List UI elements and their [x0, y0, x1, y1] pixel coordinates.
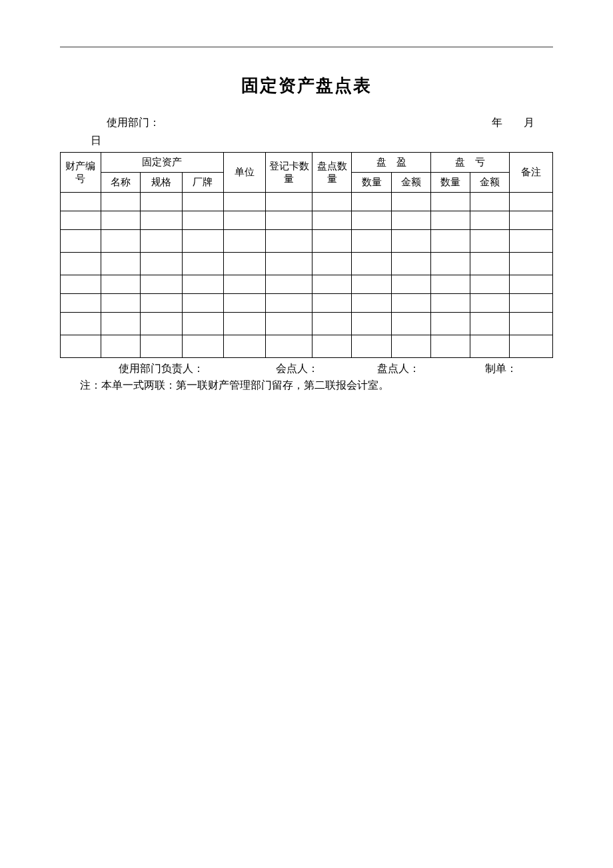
table-row — [61, 253, 553, 275]
cell — [470, 294, 509, 313]
table-row — [61, 294, 553, 313]
cell — [224, 193, 266, 211]
cell — [182, 275, 224, 294]
sig-dept-manager: 使用部门负责人： — [119, 362, 273, 376]
cell — [430, 275, 470, 294]
cell — [101, 230, 140, 253]
th-brand: 厂牌 — [182, 173, 224, 193]
inventory-table: 财产编号 固定资产 单位 登记卡数量 盘点数量 盘 盈 盘 亏 备注 名称 规格… — [60, 152, 553, 358]
th-asset-no: 财产编号 — [61, 153, 101, 193]
th-deficit: 盘 亏 — [430, 153, 509, 173]
cell — [182, 230, 224, 253]
cell — [391, 211, 430, 230]
cell — [352, 211, 391, 230]
footnote: 注：本单一式两联：第一联财产管理部门留存，第二联报会计室。 — [60, 379, 553, 393]
table-row — [61, 230, 553, 253]
cell — [266, 193, 312, 211]
cell — [391, 275, 430, 294]
cell — [61, 193, 101, 211]
cell — [391, 294, 430, 313]
cell — [182, 335, 224, 358]
cell — [266, 294, 312, 313]
table-row — [61, 193, 553, 211]
th-reg-qty: 登记卡数量 — [266, 153, 312, 193]
cell — [101, 211, 140, 230]
cell — [312, 193, 352, 211]
cell — [140, 193, 182, 211]
meta-row: 使用部门： 年 月 — [60, 116, 553, 130]
cell — [352, 193, 391, 211]
table-row — [61, 211, 553, 230]
table-row — [61, 313, 553, 335]
cell — [509, 230, 552, 253]
sig-preparer: 制单： — [485, 362, 517, 376]
cell — [312, 313, 352, 335]
cell — [509, 313, 552, 335]
th-spec: 规格 — [140, 173, 182, 193]
cell — [140, 275, 182, 294]
cell — [391, 313, 430, 335]
th-surplus-amt: 金额 — [391, 173, 430, 193]
cell — [509, 193, 552, 211]
cell — [312, 335, 352, 358]
cell — [312, 275, 352, 294]
cell — [470, 335, 509, 358]
cell — [182, 313, 224, 335]
cell — [509, 211, 552, 230]
th-deficit-amt: 金额 — [470, 173, 509, 193]
cell — [140, 294, 182, 313]
cell — [182, 294, 224, 313]
cell — [430, 253, 470, 275]
signatures-row: 使用部门负责人： 会点人： 盘点人： 制单： — [60, 362, 553, 376]
cell — [140, 253, 182, 275]
sig-checker: 会点人： — [276, 362, 374, 376]
cell — [391, 253, 430, 275]
cell — [266, 335, 312, 358]
cell — [61, 211, 101, 230]
cell — [509, 275, 552, 294]
cell — [101, 294, 140, 313]
date-area: 年 月 — [473, 116, 553, 130]
cell — [140, 230, 182, 253]
cell — [352, 253, 391, 275]
cell — [61, 294, 101, 313]
cell — [224, 335, 266, 358]
day-label: 日 — [91, 135, 101, 146]
th-surplus: 盘 盈 — [352, 153, 430, 173]
cell — [182, 211, 224, 230]
th-remark: 备注 — [509, 153, 552, 193]
cell — [352, 275, 391, 294]
cell — [224, 253, 266, 275]
cell — [391, 193, 430, 211]
cell — [182, 193, 224, 211]
cell — [224, 211, 266, 230]
cell — [430, 335, 470, 358]
cell — [470, 275, 509, 294]
cell — [101, 253, 140, 275]
cell — [140, 335, 182, 358]
cell — [312, 230, 352, 253]
cell — [430, 211, 470, 230]
cell — [430, 313, 470, 335]
page-title: 固定资产盘点表 — [60, 74, 553, 97]
cell — [224, 294, 266, 313]
cell — [266, 313, 312, 335]
cell — [509, 335, 552, 358]
cell — [430, 294, 470, 313]
table-row — [61, 275, 553, 294]
th-deficit-qty: 数量 — [430, 173, 470, 193]
cell — [509, 253, 552, 275]
top-rule — [60, 47, 553, 47]
cell — [430, 230, 470, 253]
cell — [509, 294, 552, 313]
cell — [352, 335, 391, 358]
cell — [266, 253, 312, 275]
cell — [224, 275, 266, 294]
month-label: 月 — [524, 116, 534, 130]
cell — [352, 230, 391, 253]
cell — [61, 230, 101, 253]
cell — [391, 230, 430, 253]
dept-label: 使用部门： — [107, 116, 160, 130]
cell — [470, 313, 509, 335]
th-name: 名称 — [101, 173, 140, 193]
